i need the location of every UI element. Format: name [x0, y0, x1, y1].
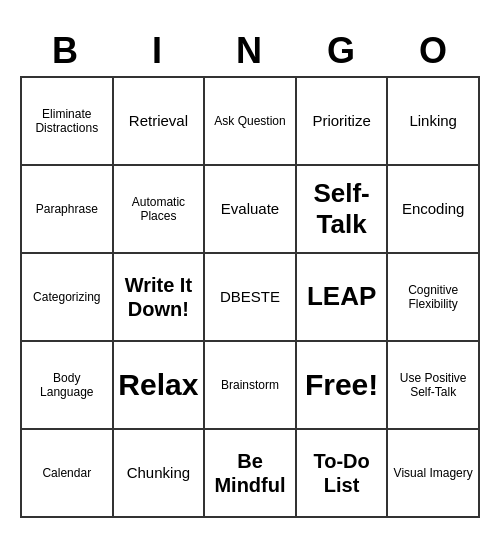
cell-text-r4-c0: Calendar [42, 466, 91, 480]
cell-r2-c3: LEAP [297, 254, 389, 342]
cell-r0-c4: Linking [388, 78, 480, 166]
header-letter-I: I [112, 26, 204, 76]
cell-r3-c1: Relax [114, 342, 206, 430]
cell-r2-c4: Cognitive Flexibility [388, 254, 480, 342]
cell-text-r2-c4: Cognitive Flexibility [392, 283, 474, 312]
cell-text-r4-c3: To-Do List [301, 449, 383, 497]
cell-r2-c1: Write It Down! [114, 254, 206, 342]
cell-r1-c0: Paraphrase [22, 166, 114, 254]
cell-text-r0-c3: Prioritize [312, 112, 370, 130]
cell-r2-c0: Categorizing [22, 254, 114, 342]
cell-text-r1-c3: Self-Talk [301, 178, 383, 240]
header-letter-N: N [204, 26, 296, 76]
cell-r4-c3: To-Do List [297, 430, 389, 518]
cell-text-r1-c4: Encoding [402, 200, 465, 218]
cell-r0-c2: Ask Question [205, 78, 297, 166]
cell-r1-c4: Encoding [388, 166, 480, 254]
cell-text-r4-c2: Be Mindful [209, 449, 291, 497]
cell-text-r0-c1: Retrieval [129, 112, 188, 130]
cell-text-r4-c4: Visual Imagery [394, 466, 473, 480]
cell-r0-c0: Eliminate Distractions [22, 78, 114, 166]
cell-text-r3-c2: Brainstorm [221, 378, 279, 392]
cell-text-r0-c2: Ask Question [214, 114, 285, 128]
bingo-header: BINGO [20, 26, 480, 76]
cell-text-r1-c0: Paraphrase [36, 202, 98, 216]
cell-r3-c4: Use Positive Self-Talk [388, 342, 480, 430]
cell-text-r2-c1: Write It Down! [118, 273, 200, 321]
cell-text-r2-c2: DBESTE [220, 288, 280, 306]
cell-text-r2-c0: Categorizing [33, 290, 100, 304]
cell-text-r0-c0: Eliminate Distractions [26, 107, 108, 136]
header-letter-B: B [20, 26, 112, 76]
bingo-card: BINGO Eliminate DistractionsRetrievalAsk… [20, 26, 480, 518]
cell-text-r4-c1: Chunking [127, 464, 190, 482]
cell-text-r1-c1: Automatic Places [118, 195, 200, 224]
cell-r3-c0: Body Language [22, 342, 114, 430]
cell-r4-c0: Calendar [22, 430, 114, 518]
cell-r0-c1: Retrieval [114, 78, 206, 166]
cell-r4-c2: Be Mindful [205, 430, 297, 518]
cell-text-r3-c1: Relax [118, 367, 198, 403]
cell-text-r3-c3: Free! [305, 367, 378, 403]
cell-text-r1-c2: Evaluate [221, 200, 279, 218]
cell-r0-c3: Prioritize [297, 78, 389, 166]
cell-text-r3-c4: Use Positive Self-Talk [392, 371, 474, 400]
cell-r1-c3: Self-Talk [297, 166, 389, 254]
cell-text-r0-c4: Linking [409, 112, 457, 130]
cell-r4-c4: Visual Imagery [388, 430, 480, 518]
cell-r1-c2: Evaluate [205, 166, 297, 254]
header-letter-O: O [388, 26, 480, 76]
cell-text-r2-c3: LEAP [307, 281, 376, 312]
cell-text-r3-c0: Body Language [26, 371, 108, 400]
cell-r3-c2: Brainstorm [205, 342, 297, 430]
cell-r3-c3: Free! [297, 342, 389, 430]
cell-r4-c1: Chunking [114, 430, 206, 518]
cell-r1-c1: Automatic Places [114, 166, 206, 254]
bingo-grid: Eliminate DistractionsRetrievalAsk Quest… [20, 76, 480, 518]
header-letter-G: G [296, 26, 388, 76]
cell-r2-c2: DBESTE [205, 254, 297, 342]
